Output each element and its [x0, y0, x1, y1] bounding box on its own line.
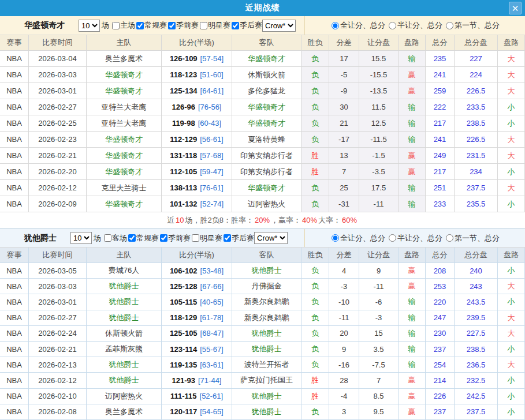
season-filter-checkbox-2[interactable] — [160, 234, 167, 242]
season-filter-checkbox-4[interactable] — [224, 234, 231, 242]
full-score: 131-118 — [170, 151, 197, 160]
cell-home-team: 华盛顿奇才 — [87, 83, 162, 99]
cell-total-result: 小 — [498, 389, 525, 404]
cell-total-line: 234 — [455, 164, 498, 180]
cell-total-line: 238.5 — [455, 342, 498, 357]
season-filter-option[interactable]: 季前赛 — [167, 20, 199, 31]
cell-total-result: 大 — [498, 51, 525, 67]
full-score: 121-93 — [172, 376, 195, 385]
full-score: 111-115 — [170, 392, 197, 400]
cell-away-team: 华盛顿奇才 — [232, 115, 301, 132]
season-filter-option[interactable]: 客场 — [103, 233, 127, 243]
full-score: 119-98 — [172, 119, 195, 127]
full-score: 125-134 — [170, 87, 198, 95]
full-score: 125-128 — [170, 282, 198, 291]
season-filter-checkbox-3[interactable] — [200, 22, 207, 29]
cell-handicap-result: 输 — [399, 99, 426, 115]
season-filter-option[interactable]: 常规赛 — [127, 233, 159, 243]
line-type-option[interactable]: 第一节、总分 — [444, 233, 500, 243]
cell-handicap-result: 输 — [399, 180, 426, 196]
cell-away-team: 犹他爵士 — [232, 263, 301, 279]
column-header: 盘路 — [399, 247, 426, 263]
season-filter-label: 季后赛 — [240, 20, 262, 31]
cell-total-line: 240 — [455, 263, 498, 279]
games-count-select[interactable]: 10 — [70, 232, 92, 244]
line-type-label: 半让分、总分 — [397, 233, 442, 243]
cell-handicap: -15.5 — [359, 67, 399, 83]
column-header: 总分盘 — [455, 247, 498, 263]
cell-league: NBA — [0, 148, 29, 164]
source-select[interactable]: Crow* — [254, 232, 288, 244]
cell-date: 2026-02-23 — [29, 132, 87, 148]
cell-total-result: 大 — [498, 132, 525, 148]
cell-home-team: 华盛顿奇才 — [87, 196, 162, 212]
source-select[interactable]: Crow* — [262, 20, 296, 32]
line-type-option[interactable]: 全让分、总分 — [329, 233, 385, 243]
line-type-option[interactable]: 第一节、总分 — [444, 20, 500, 31]
summary-label: 大率： — [318, 215, 341, 226]
half-score: [51-60] — [200, 70, 223, 79]
table-row: NBA2026-03-05费城76人106-102[53-48]犹他爵士负49赢… — [0, 263, 525, 279]
season-filter-checkbox-1[interactable] — [136, 22, 144, 29]
line-type-radio-2[interactable] — [446, 234, 453, 242]
line-type-option[interactable]: 全让分、总分 — [329, 20, 385, 31]
line-type-radio-2[interactable] — [446, 22, 453, 29]
filter-bar: 犹他爵士 10 场 客场常规赛季前赛明星赛季后赛 Crow* 全让分、总分半让分… — [0, 228, 525, 247]
season-filter-option[interactable]: 明星赛 — [191, 233, 222, 243]
cell-league: NBA — [0, 67, 29, 83]
cell-handicap-result: 赢 — [399, 389, 426, 404]
season-filter-option[interactable]: 季后赛 — [230, 20, 262, 31]
cell-total-line: 227 — [455, 51, 498, 67]
cell-score: 119-135[63-61] — [162, 357, 232, 373]
season-filter-option[interactable]: 季前赛 — [159, 233, 191, 243]
close-button[interactable]: ✕ — [509, 2, 522, 14]
table-row: NBA2026-03-01犹他爵士105-115[40-65]新奥尔良鹈鹕负-1… — [0, 294, 525, 310]
column-header: 总分 — [426, 35, 455, 51]
season-filter-option[interactable]: 明星赛 — [199, 20, 230, 31]
cell-date: 2026-03-01 — [29, 294, 87, 310]
cell-home-team: 犹他爵士 — [87, 373, 162, 388]
cell-home-team: 克里夫兰骑士 — [87, 180, 162, 196]
season-filter-checkbox-4[interactable] — [232, 22, 239, 29]
line-type-radio-0[interactable] — [332, 22, 339, 29]
results-table: NBA2026-03-05费城76人106-102[53-48]犹他爵士负49赢… — [0, 263, 525, 420]
line-type-label: 全让分、总分 — [340, 233, 385, 243]
cell-total: 247 — [426, 310, 455, 326]
line-type-option[interactable]: 半让分、总分 — [386, 233, 442, 243]
cell-total-result: 大 — [498, 357, 525, 373]
cell-total: 259 — [426, 83, 455, 99]
cell-score: 120-117[54-65] — [162, 404, 232, 420]
season-filter-checkbox-0[interactable] — [104, 234, 111, 242]
season-filter-option[interactable]: 主场 — [111, 20, 135, 31]
season-filter-option[interactable]: 常规赛 — [135, 20, 167, 31]
full-score: 119-135 — [170, 361, 197, 369]
full-score: 138-113 — [170, 183, 197, 192]
line-type-option[interactable]: 半让分、总分 — [386, 20, 442, 31]
cell-total: 237 — [426, 342, 455, 357]
season-filter-checkbox-2[interactable] — [168, 22, 176, 29]
season-filter-checkbox-0[interactable] — [112, 22, 120, 29]
cell-handicap-result: 赢 — [399, 373, 426, 388]
table-row: NBA2026-02-13犹他爵士119-135[63-61]波特兰开拓者负-1… — [0, 357, 525, 373]
season-filter-option[interactable]: 季后赛 — [222, 233, 254, 243]
cell-away-team: 印第安纳步行者 — [232, 148, 301, 164]
line-type-label: 半让分、总分 — [397, 20, 442, 31]
half-score: [57-68] — [200, 151, 223, 160]
cell-point-diff: -10 — [329, 294, 359, 310]
games-count-select[interactable]: 10 — [79, 20, 100, 32]
cell-result: 负 — [301, 342, 329, 357]
line-type-radio-1[interactable] — [389, 22, 396, 29]
cell-league: NBA — [0, 196, 29, 212]
season-filter-checkbox-1[interactable] — [128, 234, 136, 242]
table-row: NBA2026-03-01华盛顿奇才125-134[64-61]多伦多猛龙负-9… — [0, 83, 525, 99]
table-row: NBA2026-02-12克里夫兰骑士138-113[76-61]华盛顿奇才负2… — [0, 180, 525, 196]
cell-total-line: 239.5 — [455, 310, 498, 326]
half-score: [52-61] — [200, 392, 223, 400]
line-type-radio-0[interactable] — [332, 234, 339, 242]
cell-date: 2026-02-08 — [29, 404, 87, 420]
cell-total: 254 — [426, 357, 455, 373]
cell-total-line: 232.5 — [455, 373, 498, 388]
season-filter-checkbox-3[interactable] — [192, 234, 199, 242]
cell-handicap-result: 赢 — [399, 83, 426, 99]
line-type-radio-1[interactable] — [389, 234, 396, 242]
